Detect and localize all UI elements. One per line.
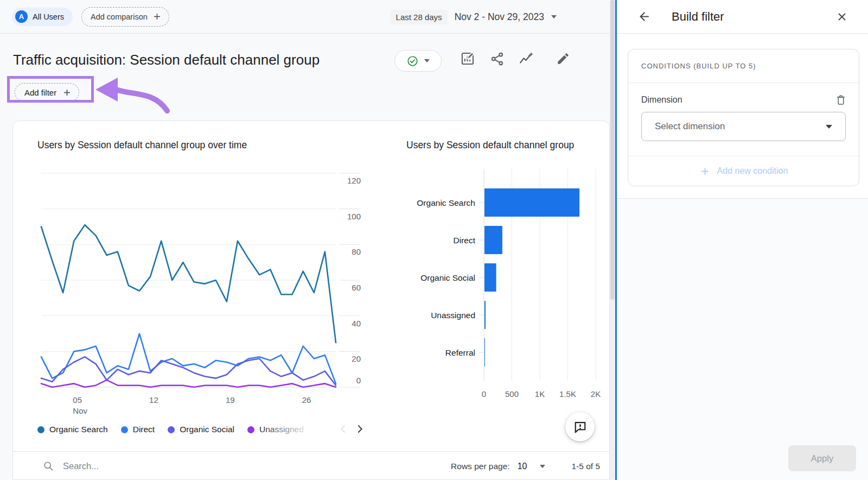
x-tick-sublabel: Nov (73, 406, 87, 415)
add-filter-button[interactable]: Add filter (15, 83, 79, 102)
conditions-header: CONDITIONS (BUILD UP TO 5) (628, 49, 859, 83)
chevron-down-icon (551, 15, 557, 18)
plus-icon (152, 11, 162, 22)
data-quality-badge[interactable] (394, 50, 442, 72)
bar (484, 226, 502, 254)
customize-report-button[interactable] (460, 51, 475, 66)
x-tick-label: 12 (149, 395, 158, 405)
x-tick-label: 500 (505, 389, 519, 399)
legend-dot (121, 426, 128, 433)
pagination-range: 1-5 of 5 (571, 462, 600, 471)
apply-button[interactable]: Apply (788, 445, 856, 471)
bar-category-label: Referral (445, 348, 475, 357)
report-charts-card: Users by Session default channel group o… (12, 121, 610, 480)
legend-item[interactable]: Organic Search (37, 425, 108, 434)
bar-category-label: Organic Social (420, 273, 475, 282)
all-users-label: All Users (33, 12, 64, 21)
add-condition-label: Add new condition (717, 166, 788, 176)
share-icon (490, 52, 505, 66)
trash-icon (835, 94, 847, 106)
build-filter-panel: Build filter CONDITIONS (BUILD UP TO 5) … (617, 0, 868, 480)
check-circle-icon (406, 55, 419, 67)
close-button[interactable] (835, 10, 848, 23)
chart-legend: Organic SearchDirectOrganic SocialUnassi… (37, 422, 333, 437)
series-line (41, 380, 336, 387)
dimension-select[interactable]: Select dimension (641, 112, 846, 141)
line-chart: 12010080604020005Nov121926 (37, 155, 371, 416)
legend-label: Unassigned (259, 425, 304, 434)
legend-item[interactable]: Direct (121, 425, 155, 434)
pencil-icon (556, 52, 570, 66)
legend-item[interactable]: Unassigned (247, 425, 304, 434)
date-range-value: Nov 2 - Nov 29, 2023 (455, 11, 544, 23)
legend-next-button[interactable] (352, 421, 367, 437)
bar (484, 188, 579, 217)
annotation-arrow (93, 75, 175, 116)
series-line (41, 225, 336, 343)
add-new-condition-button[interactable]: Add new condition (628, 156, 859, 186)
legend-dot-overflow (317, 426, 324, 433)
legend-dot (168, 426, 175, 433)
y-tick-label: 40 (352, 319, 361, 328)
y-tick-label: 120 (347, 176, 361, 185)
insights-icon (519, 51, 534, 66)
date-range-selector[interactable]: Last 28 days Nov 2 - Nov 29, 2023 (391, 0, 557, 34)
legend-dot (37, 426, 44, 433)
dimension-label: Dimension (641, 95, 682, 105)
legend-item[interactable]: Organic Social (168, 425, 234, 434)
chevron-down-icon (540, 465, 545, 468)
insights-button[interactable] (519, 51, 534, 66)
y-tick-label: 100 (347, 212, 361, 221)
customize-report-icon (460, 51, 475, 66)
feedback-button[interactable] (565, 412, 595, 441)
add-comparison-label: Add comparison (91, 12, 148, 21)
x-tick-label: 05 (73, 395, 82, 405)
add-comparison-button[interactable]: Add comparison (81, 7, 169, 27)
x-tick-label: 2K (591, 389, 601, 399)
bar-category-label: Organic Search (417, 198, 475, 207)
audience-avatar: A (15, 10, 28, 23)
legend-label: Direct (133, 425, 155, 434)
report-toolbar (460, 51, 571, 66)
y-tick-label: 60 (352, 283, 361, 292)
rows-per-page-select[interactable]: 10 (518, 462, 546, 471)
arrow-back-icon (637, 10, 651, 23)
search-input[interactable] (62, 460, 227, 472)
chevron-right-icon (354, 423, 366, 435)
legend-label: Organic Social (180, 425, 234, 434)
edit-report-button[interactable] (556, 51, 571, 66)
delete-condition-button[interactable] (835, 94, 847, 106)
report-main-area: A All Users Add comparison Last 28 days … (0, 0, 610, 480)
all-users-chip[interactable]: A All Users (12, 8, 73, 26)
legend-prev-button[interactable] (336, 421, 351, 437)
search-icon (43, 460, 55, 472)
bar-chart-title: Users by Session default channel group (406, 140, 610, 151)
y-tick-label: 80 (352, 247, 361, 256)
audience-topbar: A All Users Add comparison Last 28 days … (0, 0, 610, 34)
add-filter-label: Add filter (24, 88, 56, 97)
back-button[interactable] (637, 10, 651, 23)
bar (484, 263, 496, 292)
dimension-row: Dimension (628, 83, 859, 106)
bar (484, 338, 485, 367)
scrollbar-thumb[interactable] (610, 0, 615, 300)
legend-dot (247, 426, 254, 433)
plus-icon (699, 166, 711, 177)
panel-title: Build filter (672, 10, 724, 24)
feedback-bubble-icon (573, 420, 588, 434)
y-tick-label: 20 (352, 354, 361, 363)
x-tick-label: 19 (226, 395, 235, 405)
series-line (41, 334, 336, 384)
page-title: Traffic acquisition: Session default cha… (13, 52, 320, 68)
bar (484, 301, 486, 329)
x-tick-label: 26 (302, 395, 311, 405)
plus-icon (62, 87, 72, 98)
bar-category-label: Direct (454, 236, 476, 245)
date-preset-badge: Last 28 days (391, 10, 448, 24)
chevron-down-icon (424, 59, 430, 62)
bar-chart: 05001K1.5K2KOrganic SearchDirectOrganic … (380, 155, 610, 416)
table-footer: Rows per page: 10 1-5 of 5 (13, 451, 610, 480)
conditions-card: CONDITIONS (BUILD UP TO 5) Dimension Sel… (628, 49, 859, 186)
share-report-button[interactable] (489, 51, 505, 66)
legend-label: Organic Search (49, 425, 108, 434)
